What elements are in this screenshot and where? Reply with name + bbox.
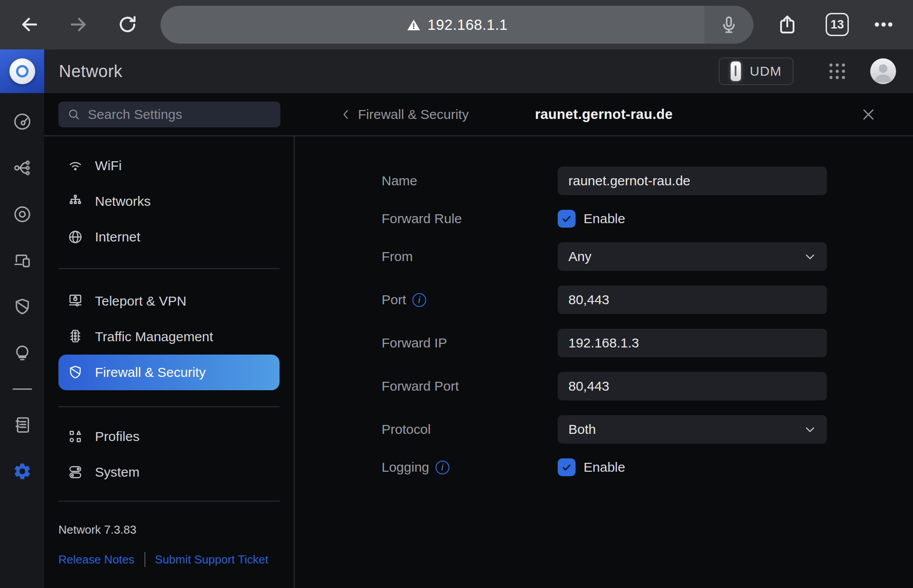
target-icon (12, 204, 32, 224)
rail-item-system-log[interactable] (0, 402, 44, 448)
sidebar-item-system[interactable]: System (58, 454, 280, 490)
logging-checkbox[interactable] (558, 458, 576, 476)
rail-item-devices[interactable] (0, 191, 44, 237)
form-row-forward-ip: Forward IP (382, 329, 913, 357)
checkbox-label: Enable (584, 211, 625, 226)
info-icon[interactable]: i (412, 293, 426, 307)
rail-item-topology[interactable] (0, 145, 44, 191)
field-label: Forward IP (382, 335, 558, 351)
sidebar-item-traffic-management[interactable]: Traffic Management (58, 319, 280, 355)
topology-icon (12, 158, 32, 178)
browser-toolbar: 192.168.1.1 13 (0, 0, 913, 49)
sidebar-item-label: Internet (95, 229, 140, 245)
traffic-light-icon (67, 329, 83, 345)
sidebar-item-firewall-security[interactable]: Firewall & Security (58, 355, 280, 390)
app-version: Network 7.3.83 (58, 523, 280, 537)
console-selector-button[interactable]: UDM (719, 57, 794, 85)
port-field[interactable] (558, 286, 827, 314)
lightbulb-icon (12, 343, 32, 363)
sidebar-item-internet[interactable]: Internet (58, 219, 280, 255)
sidebar-item-profiles[interactable]: Profiles (58, 419, 280, 454)
tab-switcher-button[interactable]: 13 (826, 13, 849, 36)
rail-item-security[interactable] (0, 284, 44, 330)
rail-item-dashboard[interactable] (0, 98, 44, 145)
sidebar-item-label: System (95, 465, 140, 480)
network-tree-icon (67, 193, 83, 209)
shield-slash-icon (12, 297, 32, 317)
browser-menu-icon[interactable] (873, 14, 894, 35)
field-label: Name (382, 173, 558, 188)
vpn-monitor-lock-icon (67, 293, 83, 309)
tab-count: 13 (831, 18, 844, 32)
form-row-protocol: Protocol Both (382, 415, 913, 444)
app-grid-icon[interactable] (827, 61, 848, 82)
toggles-icon (67, 464, 83, 480)
sidebar-item-teleport-vpn[interactable]: Teleport & VPN (58, 283, 280, 319)
submit-support-ticket-link[interactable]: Submit Support Ticket (155, 553, 268, 567)
rail-divider (12, 388, 32, 390)
from-select[interactable]: Any (558, 242, 827, 271)
field-label: Forward Rule (382, 211, 558, 226)
sidebar-item-label: Teleport & VPN (95, 294, 186, 309)
browser-forward-icon[interactable] (68, 14, 89, 35)
page-title: raunet.gernot-rau.de (535, 106, 673, 122)
info-icon[interactable]: i (436, 461, 449, 474)
check-icon (561, 213, 572, 225)
gear-icon (12, 461, 32, 481)
globe-icon (67, 229, 83, 245)
url-text: 192.168.1.1 (428, 16, 508, 33)
devices-icon (12, 251, 32, 270)
form-row-forward-port: Forward Port (382, 372, 913, 400)
forward-ip-label: Forward IP (382, 335, 447, 351)
search-icon (67, 108, 81, 121)
user-avatar[interactable] (870, 58, 896, 84)
rail-item-clients[interactable] (0, 237, 44, 284)
chevron-left-icon (339, 108, 353, 121)
sidebar-item-networks[interactable]: Networks (58, 184, 280, 219)
share-icon[interactable] (777, 14, 798, 35)
name-field[interactable] (558, 167, 827, 195)
app-title: Network (59, 62, 123, 81)
form-row-port: Port i (382, 286, 913, 314)
forward-ip-field[interactable] (558, 329, 827, 357)
rail-item-settings[interactable] (0, 448, 44, 494)
protocol-selected-value: Both (568, 422, 596, 437)
check-icon (561, 461, 572, 473)
settings-panel: Firewall & Security raunet.gernot-rau.de… (44, 93, 913, 588)
logging-label: Logging (382, 460, 429, 475)
search-cell (44, 93, 295, 135)
forward-rule-checkbox[interactable] (558, 210, 576, 228)
rail-item-insights[interactable] (0, 330, 44, 376)
voice-search-button[interactable] (704, 6, 753, 44)
sidebar-item-wifi[interactable]: WiFi (58, 148, 280, 184)
release-notes-link[interactable]: Release Notes (58, 553, 135, 567)
chevron-down-icon (803, 249, 817, 264)
browser-reload-icon[interactable] (117, 14, 138, 35)
sidebar-item-label: Firewall & Security (95, 365, 206, 380)
port-label: Port (382, 292, 406, 307)
menu-divider (58, 406, 280, 407)
form-row-name: Name (382, 167, 913, 195)
shield-slash-icon (67, 364, 83, 380)
console-name: UDM (750, 64, 781, 79)
sidebar-item-label: Traffic Management (95, 329, 213, 344)
close-icon[interactable] (860, 106, 877, 123)
settings-menu: WiFi Networks Internet (44, 136, 295, 588)
settings-top-bar: Firewall & Security raunet.gernot-rau.de (44, 93, 913, 136)
browser-back-icon[interactable] (19, 14, 40, 35)
name-label: Name (382, 173, 417, 188)
person-icon (870, 58, 896, 84)
forward-port-field[interactable] (558, 372, 827, 400)
search-box[interactable] (58, 102, 280, 127)
breadcrumb[interactable]: Firewall & Security (339, 107, 469, 122)
form-row-forward-rule: Forward Rule Enable (382, 210, 913, 228)
link-separator (144, 552, 145, 567)
protocol-select[interactable]: Both (558, 415, 827, 444)
wifi-icon (67, 158, 83, 174)
breadcrumb-label: Firewall & Security (358, 107, 469, 122)
unifi-logo[interactable] (0, 49, 44, 93)
search-input[interactable] (88, 107, 271, 122)
address-bar[interactable]: 192.168.1.1 (160, 6, 753, 44)
field-label: Protocol (382, 422, 558, 437)
protocol-label: Protocol (382, 422, 431, 437)
